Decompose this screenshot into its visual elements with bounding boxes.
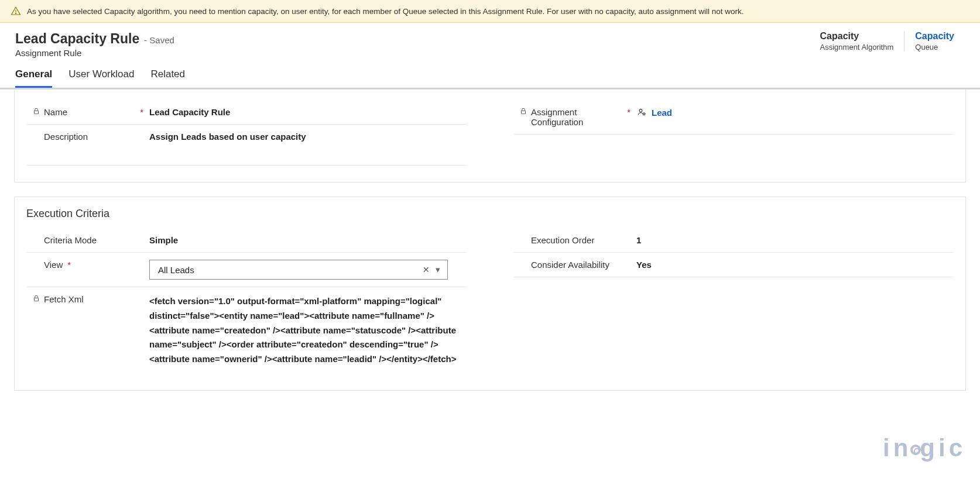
- tab-general[interactable]: General: [15, 68, 52, 88]
- required-indicator: *: [67, 260, 71, 270]
- criteria-left-col: Criteria Mode Simple View * All Leads ✕: [15, 228, 478, 374]
- tab-user-workload[interactable]: User Workload: [68, 68, 134, 88]
- assignment-config-value: Lead: [652, 108, 672, 118]
- description-label: Description: [44, 132, 88, 142]
- chevron-down-icon[interactable]: ▾: [433, 264, 443, 275]
- field-row-consider-availability[interactable]: Consider Availability Yes: [513, 253, 954, 277]
- warning-bar: As you have selected Capacity algorithm,…: [0, 0, 980, 23]
- criteria-mode-value: Simple: [149, 235, 467, 245]
- field-row-criteria-mode[interactable]: Criteria Mode Simple: [26, 228, 467, 253]
- page-header: Lead Capacity Rule - Saved Assignment Ru…: [0, 23, 980, 58]
- form-tabs: General User Workload Related: [0, 58, 980, 88]
- tab-related[interactable]: Related: [150, 68, 185, 88]
- clear-icon[interactable]: ✕: [419, 265, 433, 274]
- criteria-right-col: Execution Order 1 Consider Availability …: [502, 228, 965, 374]
- svg-point-1: [15, 13, 16, 13]
- header-status-fields: Capacity Assignment Algorithm Capacity Q…: [810, 31, 965, 51]
- saved-indicator: - Saved: [144, 35, 174, 45]
- execution-order-label: Execution Order: [531, 235, 594, 245]
- field-row-fetch-xml[interactable]: Fetch Xml <fetch version="1.0" output-fo…: [26, 287, 467, 374]
- page-title: Lead Capacity Rule: [15, 31, 139, 47]
- lock-icon: [32, 107, 40, 115]
- fetch-xml-label: Fetch Xml: [44, 294, 84, 304]
- execution-order-value: 1: [636, 235, 954, 245]
- field-row-description[interactable]: Description Assign Leads based on user c…: [26, 125, 467, 166]
- assignment-config-label: Assignment Configuration: [531, 107, 623, 127]
- queue-label: Queue: [915, 43, 954, 51]
- view-select[interactable]: All Leads ✕ ▾: [149, 260, 448, 280]
- general-panel: Name * Lead Capacity Rule Description As…: [14, 89, 966, 183]
- queue-value[interactable]: Capacity: [915, 31, 954, 42]
- view-label: View: [44, 260, 63, 270]
- lock-icon: [32, 294, 40, 302]
- form-content: Name * Lead Capacity Rule Description As…: [0, 88, 980, 391]
- svg-point-4: [639, 109, 642, 112]
- entity-subtitle: Assignment Rule: [15, 48, 174, 58]
- warning-text: As you have selected Capacity algorithm,…: [27, 7, 744, 16]
- warning-icon: [11, 6, 21, 16]
- header-field-queue[interactable]: Capacity Queue: [904, 31, 965, 51]
- title-block: Lead Capacity Rule - Saved Assignment Ru…: [15, 31, 174, 58]
- assignment-config-lookup[interactable]: Lead: [636, 107, 672, 118]
- name-value: Lead Capacity Rule: [149, 107, 467, 117]
- field-row-view[interactable]: View * All Leads ✕ ▾: [26, 253, 467, 287]
- name-label: Name: [44, 107, 67, 117]
- required-indicator: *: [140, 107, 143, 117]
- field-row-execution-order[interactable]: Execution Order 1: [513, 228, 954, 253]
- algorithm-label: Assignment Algorithm: [820, 43, 894, 51]
- svg-rect-2: [35, 111, 39, 113]
- svg-rect-6: [35, 298, 39, 301]
- consider-availability-label: Consider Availability: [531, 260, 609, 270]
- general-left-col: Name * Lead Capacity Rule Description As…: [15, 100, 478, 166]
- algorithm-value: Capacity: [820, 31, 894, 42]
- field-row-assignment-config[interactable]: Assignment Configuration *: [513, 100, 954, 135]
- general-right-col: Assignment Configuration *: [502, 100, 965, 166]
- svg-rect-3: [522, 111, 526, 113]
- execution-criteria-panel: Execution Criteria Criteria Mode Simple …: [14, 197, 966, 391]
- required-indicator: *: [627, 107, 631, 117]
- description-value: Assign Leads based on user capacity: [149, 132, 467, 142]
- lock-icon: [519, 107, 527, 115]
- consider-availability-value: Yes: [636, 260, 954, 270]
- criteria-mode-label: Criteria Mode: [44, 235, 97, 245]
- fetch-xml-value: <fetch version="1.0" output-format="xml-…: [149, 294, 467, 367]
- header-field-algorithm[interactable]: Capacity Assignment Algorithm: [810, 31, 904, 51]
- execution-criteria-title: Execution Criteria: [15, 208, 965, 228]
- config-entity-icon: [636, 107, 647, 118]
- view-select-value: All Leads: [158, 265, 419, 275]
- field-row-name[interactable]: Name * Lead Capacity Rule: [26, 100, 467, 125]
